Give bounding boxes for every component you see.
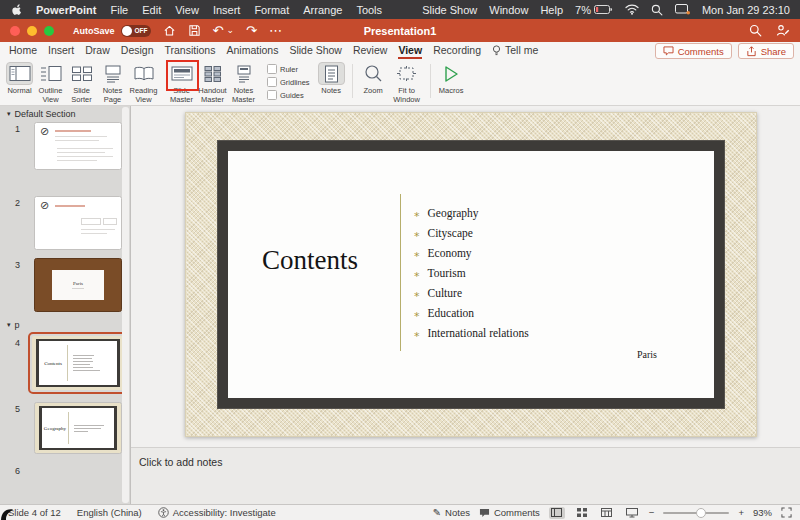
tab-design[interactable]: Design xyxy=(121,42,154,59)
normal-view-toggle[interactable] xyxy=(549,507,565,519)
more-commands-icon[interactable]: ⋯ xyxy=(269,24,282,37)
reading-view-toggle[interactable] xyxy=(599,507,615,519)
slide-bullet-list[interactable]: *Geography *Cityscape *Economy *Tourism … xyxy=(414,203,529,343)
menubar-clock[interactable]: Mon Jan 29 23:10 xyxy=(702,4,790,16)
zoom-button[interactable]: Zoom xyxy=(358,59,389,96)
battery-status[interactable]: 7% xyxy=(575,4,613,16)
notes-page-button[interactable]: Notes Page xyxy=(97,59,128,104)
slide-sorter-button[interactable]: Slide Sorter xyxy=(66,59,97,104)
wifi-icon[interactable] xyxy=(625,4,639,15)
comments-toggle[interactable]: Comments xyxy=(479,507,540,518)
autosave-toggle[interactable]: OFF xyxy=(121,25,151,37)
reading-view-button[interactable]: Reading View xyxy=(128,59,159,104)
close-window-button[interactable] xyxy=(10,26,20,36)
slide-footer-text[interactable]: Paris xyxy=(624,349,670,360)
slide-1-thumbnail[interactable]: ⊘ xyxy=(34,122,122,170)
macos-menubar: PowerPoint File Edit View Insert Format … xyxy=(0,0,800,19)
undo-chevron-icon[interactable]: ⌄ xyxy=(226,26,234,35)
share-presence-icon[interactable] xyxy=(776,24,790,37)
redo-icon[interactable]: ↷ xyxy=(246,24,257,37)
notes-toggle[interactable]: ✎ Notes xyxy=(433,507,470,518)
slideshow-view-toggle[interactable] xyxy=(624,507,640,519)
menu-format[interactable]: Format xyxy=(254,4,289,16)
tab-transitions[interactable]: Transitions xyxy=(164,42,215,59)
menu-window[interactable]: Window xyxy=(489,4,528,16)
sidebar-scrollbar[interactable] xyxy=(122,107,129,503)
tab-recording[interactable]: Recording xyxy=(433,42,481,59)
battery-icon xyxy=(594,5,613,15)
tab-home[interactable]: Home xyxy=(9,42,37,59)
menu-view[interactable]: View xyxy=(175,4,199,16)
minimize-window-button[interactable] xyxy=(27,26,37,36)
menu-file[interactable]: File xyxy=(111,4,129,16)
zoom-in-button[interactable]: + xyxy=(738,507,744,518)
menu-powerpoint[interactable]: PowerPoint xyxy=(36,4,97,16)
accessibility-indicator[interactable]: Accessibility: Investigate xyxy=(158,507,276,518)
spotlight-search-icon[interactable] xyxy=(651,4,663,16)
slide-master-button[interactable]: Slide Master xyxy=(166,59,197,104)
accessibility-icon xyxy=(158,507,169,518)
ruler-checkbox[interactable]: Ruler xyxy=(267,64,310,74)
gridlines-checkbox[interactable]: Gridlines xyxy=(267,77,310,87)
tab-slide-show[interactable]: Slide Show xyxy=(289,42,342,59)
language-indicator[interactable]: English (China) xyxy=(77,507,142,518)
slide-title-text[interactable]: Contents xyxy=(262,245,358,276)
tab-animations[interactable]: Animations xyxy=(226,42,278,59)
macros-button[interactable]: Macros xyxy=(436,59,467,96)
status-bar: Slide 4 of 12 English (China) Accessibil… xyxy=(0,504,800,520)
undo-icon[interactable]: ↶ xyxy=(213,24,224,37)
slide-2-thumbnail[interactable]: ⊘ xyxy=(34,196,122,250)
save-icon[interactable] xyxy=(188,24,201,37)
normal-view-button[interactable]: Normal xyxy=(4,59,35,96)
tab-draw[interactable]: Draw xyxy=(85,42,110,59)
slide-count-indicator: Slide 4 of 12 xyxy=(8,507,61,518)
share-button[interactable]: Share xyxy=(738,43,794,59)
section-header-p[interactable]: ▾ p xyxy=(7,320,20,330)
tab-review[interactable]: Review xyxy=(353,42,387,59)
screen-mirroring-icon[interactable] xyxy=(675,4,690,15)
handout-master-button[interactable]: Handout Master xyxy=(197,59,228,104)
slide-surface[interactable]: Contents *Geography *Cityscape *Economy … xyxy=(228,151,714,398)
status-comment-icon xyxy=(479,508,490,518)
slide-editing-canvas[interactable]: Contents *Geography *Cityscape *Economy … xyxy=(131,105,800,447)
notes-pane[interactable]: Click to add notes xyxy=(131,447,800,505)
guides-checkbox-box xyxy=(267,90,277,100)
menu-tools[interactable]: Tools xyxy=(356,4,382,16)
share-icon xyxy=(746,46,757,57)
notes-master-button[interactable]: Notes Master xyxy=(228,59,259,104)
comments-label: Comments xyxy=(678,46,724,57)
search-icon[interactable] xyxy=(749,24,762,37)
menu-arrange[interactable]: Arrange xyxy=(303,4,342,16)
tab-insert[interactable]: Insert xyxy=(48,42,74,59)
fit-to-window-button[interactable]: Fit to Window xyxy=(389,59,425,104)
menu-edit[interactable]: Edit xyxy=(142,4,161,16)
comments-button[interactable]: Comments xyxy=(655,43,732,59)
guides-checkbox[interactable]: Guides xyxy=(267,90,310,100)
slide-sorter-view-toggle[interactable] xyxy=(574,507,590,519)
zoom-slider[interactable] xyxy=(663,512,729,514)
apple-menu-icon[interactable] xyxy=(10,3,22,17)
slide-3-thumbnail[interactable]: Paris xyxy=(34,258,122,312)
slide-5-thumbnail[interactable]: Geography xyxy=(34,402,122,454)
bullet-item: *International relations xyxy=(414,323,529,343)
section-header-default[interactable]: ▾ Default Section xyxy=(7,109,76,119)
outline-view-button[interactable]: Outline View xyxy=(35,59,66,104)
menu-slide-show[interactable]: Slide Show xyxy=(422,4,477,16)
zoom-percent-label[interactable]: 93% xyxy=(753,507,772,518)
zoom-window-button[interactable] xyxy=(44,26,54,36)
tab-view[interactable]: View xyxy=(398,42,422,59)
home-quick-icon[interactable] xyxy=(163,24,176,37)
notes-toggle-button[interactable]: Notes xyxy=(316,59,347,96)
fit-slide-button[interactable] xyxy=(781,507,792,518)
guides-label: Guides xyxy=(280,91,304,100)
slide-4-thumbnail-selected[interactable]: Contents xyxy=(28,332,128,394)
zoom-slider-knob[interactable] xyxy=(696,508,706,518)
slide-2-number: 2 xyxy=(15,198,20,208)
zoom-out-button[interactable]: − xyxy=(649,507,655,518)
menu-help[interactable]: Help xyxy=(540,4,563,16)
menu-insert[interactable]: Insert xyxy=(213,4,241,16)
autosave-state-label: OFF xyxy=(135,27,148,34)
tell-me-button[interactable]: Tell me xyxy=(492,42,538,59)
autosave-toggle-knob xyxy=(122,26,132,36)
bullet-icon: * xyxy=(414,290,420,303)
